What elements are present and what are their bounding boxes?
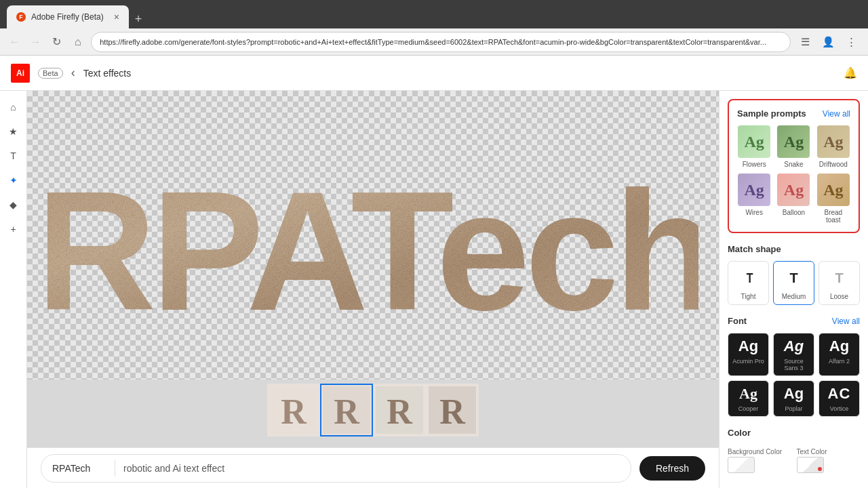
- thumbnail-2[interactable]: R: [320, 384, 373, 436]
- back-to-home-button[interactable]: ‹: [71, 66, 75, 80]
- background-color-swatch[interactable]: [728, 457, 755, 473]
- thumbnail-strip: R R R: [27, 380, 719, 447]
- prompt-balloon-label: Balloon: [783, 209, 805, 216]
- shape-tight-label: Tight: [741, 293, 756, 300]
- prompt-driftwood[interactable]: Ag Driftwood: [816, 125, 850, 168]
- thumbnail-1[interactable]: R: [267, 384, 320, 436]
- address-bar[interactable]: https://firefly.adobe.com/generate/font-…: [91, 32, 791, 52]
- shape-medium-preview: T: [782, 266, 806, 290]
- font-view-all[interactable]: View all: [832, 317, 860, 326]
- thumbnail-3[interactable]: R: [373, 384, 426, 436]
- prompt-wires-label: Wires: [745, 209, 763, 216]
- color-section: Color Background Color Text Color: [728, 428, 860, 473]
- sidebar-shapes-icon[interactable]: ◆: [3, 194, 24, 216]
- font-poplar-label: Poplar: [785, 405, 802, 412]
- match-shape-options: T Tight T Medium T Loose: [728, 261, 860, 305]
- shape-loose[interactable]: T Loose: [818, 261, 860, 305]
- extensions-button[interactable]: ☰: [796, 33, 815, 52]
- active-tab[interactable]: F Adobe Firefly (Beta) ×: [7, 5, 129, 28]
- font-poplar[interactable]: Ag Poplar: [773, 380, 814, 417]
- notification-icon[interactable]: 🔔: [844, 66, 857, 79]
- adobe-logo: Ai: [11, 64, 30, 83]
- thumbnail-4[interactable]: R: [426, 384, 479, 436]
- refresh-button[interactable]: Refresh: [639, 456, 705, 481]
- bottom-bar-inner: RPATech: [41, 454, 631, 483]
- prompt-wires[interactable]: Ag Wires: [737, 174, 771, 224]
- svg-text:R: R: [439, 392, 466, 431]
- shape-loose-label: Loose: [830, 293, 848, 300]
- font-alfarn-preview: Ag: [829, 338, 849, 355]
- sample-prompts-section: Sample prompts View all Ag Flowers Ag Sn…: [728, 99, 860, 233]
- shape-tight[interactable]: T Tight: [728, 261, 769, 305]
- prompt-grid: Ag Flowers Ag Snake Ag Driftwood Ag Wire…: [737, 125, 850, 224]
- app-header: Ai Beta ‹ Text effects 🔔: [0, 56, 868, 91]
- prompt-breadtoast[interactable]: Ag Bread toast: [816, 174, 850, 224]
- font-title: Font: [728, 316, 747, 326]
- beta-badge: Beta: [38, 68, 63, 79]
- sidebar-effects-icon[interactable]: ✦: [3, 169, 24, 191]
- prompt-wires-preview: Ag: [738, 174, 770, 206]
- font-source-sans[interactable]: Ag Source Sans 3: [773, 333, 814, 376]
- match-shape-title: Match shape: [728, 244, 781, 254]
- font-poplar-preview: Ag: [784, 385, 804, 403]
- shape-tight-preview: T: [738, 266, 758, 290]
- font-header: Font View all: [728, 316, 860, 326]
- back-button[interactable]: ←: [7, 33, 22, 52]
- svg-text:R: R: [281, 392, 307, 431]
- font-vortice[interactable]: AC Vortice: [818, 380, 860, 417]
- home-button[interactable]: ⌂: [70, 33, 85, 52]
- rpatech-text-svg: RPATech: [47, 106, 698, 364]
- prompt-balloon[interactable]: Ag Balloon: [776, 174, 810, 224]
- tab-label: Adobe Firefly (Beta): [31, 12, 104, 22]
- match-shape-section: Match shape T Tight T Medium T Loose: [728, 244, 860, 305]
- right-panel: Sample prompts View all Ag Flowers Ag Sn…: [719, 91, 868, 488]
- sidebar-more-icon[interactable]: +: [3, 218, 24, 240]
- font-alfarn-label: Alfarn 2: [829, 358, 850, 365]
- font-source-sans-label: Source Sans 3: [778, 358, 810, 371]
- prompt-breadtoast-label: Bread toast: [816, 209, 850, 224]
- refresh-nav-button[interactable]: ↻: [49, 33, 64, 52]
- font-acumin-pro[interactable]: Ag Acumin Pro: [728, 333, 769, 376]
- browser-toolbar: ← → ↻ ⌂ https://firefly.adobe.com/genera…: [0, 28, 868, 56]
- canvas-area: RPATech R R: [27, 91, 719, 488]
- prompt-driftwood-preview: Ag: [817, 125, 850, 158]
- svg-text:R: R: [387, 392, 413, 431]
- prompt-snake[interactable]: Ag Snake: [776, 125, 810, 168]
- color-title: Color: [728, 428, 751, 438]
- canvas-viewport: RPATech: [27, 91, 719, 380]
- browser-tabs: F Adobe Firefly (Beta) × +: [7, 0, 148, 28]
- app-container: Ai Beta ‹ Text effects 🔔 ⌂ ★ T ✦ ◆ +: [0, 56, 868, 488]
- prompt-flowers[interactable]: Ag Flowers: [737, 125, 771, 168]
- background-color-label: Background Color: [728, 448, 782, 455]
- sidebar-text-icon[interactable]: T: [3, 145, 24, 167]
- sidebar-home-icon[interactable]: ⌂: [3, 96, 24, 118]
- left-sidebar: ⌂ ★ T ✦ ◆ +: [0, 91, 27, 488]
- shape-medium[interactable]: T Medium: [773, 261, 814, 305]
- prompt-snake-label: Snake: [784, 161, 803, 168]
- prompt-driftwood-label: Driftwood: [819, 161, 848, 168]
- tab-close-button[interactable]: ×: [114, 12, 119, 22]
- text-color-swatch[interactable]: [797, 457, 824, 473]
- shape-medium-label: Medium: [782, 293, 806, 300]
- sample-prompts-view-all[interactable]: View all: [823, 109, 850, 119]
- svg-text:R: R: [334, 392, 360, 431]
- header-right: 🔔: [844, 66, 857, 79]
- prompt-snake-preview: Ag: [777, 125, 810, 158]
- font-vortice-preview: AC: [828, 385, 851, 403]
- font-cooper[interactable]: Ag Cooper: [728, 380, 769, 417]
- sidebar-star-icon[interactable]: ★: [3, 121, 24, 142]
- font-options: Ag Acumin Pro Ag Source Sans 3 Ag Alfarn…: [728, 333, 860, 417]
- bottom-bar: RPATech Refresh: [27, 447, 719, 488]
- forward-button[interactable]: →: [28, 33, 43, 52]
- font-source-sans-preview: Ag: [784, 338, 804, 355]
- tab-favicon: F: [16, 12, 26, 22]
- svg-text:RPATech: RPATech: [47, 157, 698, 346]
- profile-button[interactable]: 👤: [819, 33, 838, 52]
- toolbar-right: ☰ 👤 ⋮: [796, 33, 861, 52]
- more-button[interactable]: ⋮: [842, 33, 861, 52]
- address-text: https://firefly.adobe.com/generate/font-…: [100, 38, 766, 46]
- prompt-input[interactable]: [123, 456, 620, 481]
- new-tab-button[interactable]: +: [129, 9, 148, 28]
- text-color-group: Text Color: [797, 445, 861, 473]
- font-alfarn[interactable]: Ag Alfarn 2: [818, 333, 860, 376]
